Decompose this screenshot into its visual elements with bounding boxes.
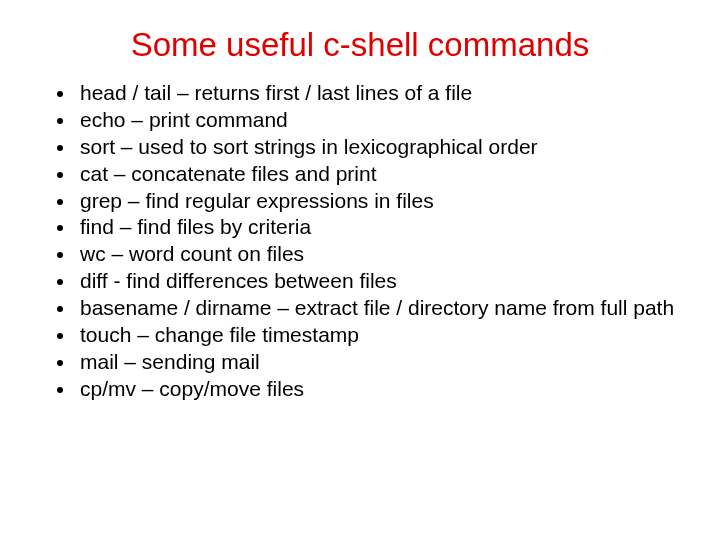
command-list: head / tail – returns first / last lines… <box>24 80 696 403</box>
list-item: mail – sending mail <box>76 349 696 376</box>
list-item: cat – concatenate files and print <box>76 161 696 188</box>
list-item: cp/mv – copy/move files <box>76 376 696 403</box>
list-item: touch – change file timestamp <box>76 322 696 349</box>
list-item: grep – find regular expressions in files <box>76 188 696 215</box>
list-item: diff - find differences between files <box>76 268 696 295</box>
slide: Some useful c-shell commands head / tail… <box>0 0 720 540</box>
list-item: wc – word count on files <box>76 241 696 268</box>
list-item: basename / dirname – extract file / dire… <box>76 295 696 322</box>
list-item: sort – used to sort strings in lexicogra… <box>76 134 696 161</box>
slide-title: Some useful c-shell commands <box>24 26 696 64</box>
list-item: head / tail – returns first / last lines… <box>76 80 696 107</box>
list-item: echo – print command <box>76 107 696 134</box>
list-item: find – find files by criteria <box>76 214 696 241</box>
